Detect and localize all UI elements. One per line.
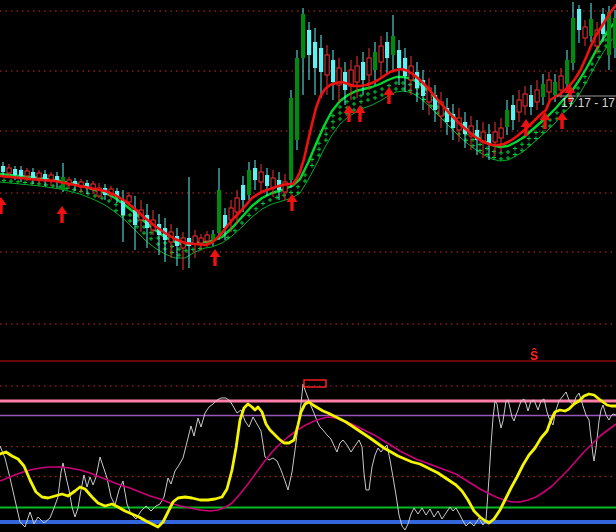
candle-body: [517, 100, 521, 112]
candle-body: [265, 175, 269, 186]
candle-body: [127, 196, 131, 202]
candle-body: [505, 110, 509, 127]
chart-canvas[interactable]: 17.17 - 17.Ŝ: [0, 0, 616, 532]
candle-body: [235, 198, 239, 212]
candle-body: [571, 18, 575, 63]
candle-body: [331, 60, 335, 82]
candle-body: [559, 76, 563, 90]
candle-body: [301, 14, 305, 58]
candle-body: [493, 132, 497, 142]
candle-body: [247, 170, 251, 195]
stock-chart-window: 17.17 - 17.Ŝ: [0, 0, 616, 532]
candle-body: [313, 42, 317, 68]
candle-body: [1, 166, 5, 172]
candle-body: [217, 190, 221, 233]
candle-body: [133, 210, 137, 225]
candle-body: [31, 172, 35, 178]
candle-body: [295, 58, 299, 140]
candle-body: [403, 58, 407, 76]
candle-body: [259, 172, 263, 182]
candle-body: [7, 168, 11, 173]
candle-body: [385, 42, 389, 58]
candle-body: [547, 80, 551, 92]
candle-body: [511, 105, 515, 120]
candle-body: [325, 55, 329, 75]
candle-body: [391, 36, 395, 55]
candle-body: [289, 98, 293, 180]
candle-body: [355, 66, 359, 82]
signal-s-marker: Ŝ: [530, 348, 538, 363]
candle-body: [589, 19, 593, 36]
candle-body: [25, 171, 29, 176]
candle-body: [541, 84, 545, 97]
candle-body: [49, 175, 53, 180]
candle-body: [583, 27, 587, 38]
candle-body: [241, 185, 245, 200]
candle-body: [565, 60, 569, 84]
candle-body: [499, 128, 503, 138]
candle-body: [199, 238, 203, 243]
candle-body: [373, 52, 377, 70]
price-range-label: 17.17 - 17.: [561, 96, 616, 110]
candle-body: [535, 90, 539, 102]
candle-body: [553, 82, 557, 95]
candle-body: [397, 50, 401, 68]
candle-body: [523, 94, 527, 106]
candle-body: [577, 9, 581, 30]
candle-body: [367, 58, 371, 75]
candle-body: [529, 95, 533, 107]
candle-body: [379, 46, 383, 62]
candle-body: [361, 62, 365, 80]
candle-body: [37, 173, 41, 178]
candle-body: [253, 168, 257, 180]
candle-body: [307, 30, 311, 55]
candle-body: [19, 170, 23, 176]
chart-background: [0, 0, 616, 532]
candle-body: [13, 169, 17, 175]
candle-body: [343, 72, 347, 90]
candle-body: [319, 48, 323, 72]
candle-body: [205, 235, 209, 241]
